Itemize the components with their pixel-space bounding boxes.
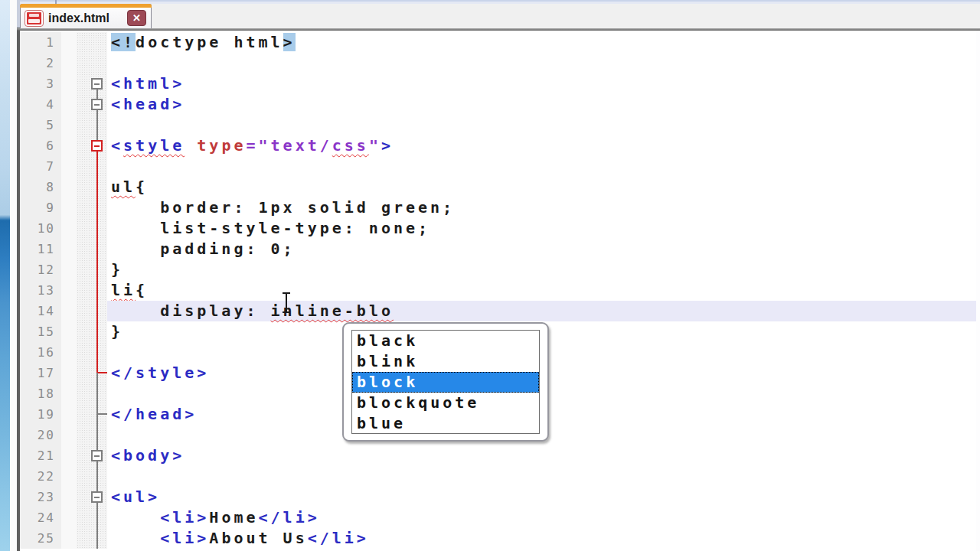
gutter-gap	[61, 135, 77, 156]
gutter-gap	[61, 218, 77, 239]
code-token: <html>	[111, 74, 185, 93]
code-line: 5	[20, 115, 980, 135]
line-number: 2	[20, 53, 61, 73]
line-number: 20	[20, 425, 61, 445]
code-token: </li>	[308, 529, 369, 547]
code-text	[107, 466, 980, 487]
gutter-gap	[61, 259, 77, 280]
fold-margin	[77, 383, 107, 404]
gutter-gap	[61, 404, 77, 425]
autocomplete-item[interactable]: black	[352, 331, 539, 351]
gutter-gap	[61, 177, 77, 197]
fold-margin	[77, 135, 107, 156]
code-token: }	[111, 322, 123, 341]
autocomplete-item[interactable]: blue	[352, 413, 539, 434]
fold-margin	[77, 445, 107, 466]
code-text: list-style-type: none;	[107, 218, 980, 239]
autocomplete-item[interactable]: blink	[352, 351, 539, 372]
gutter-gap	[61, 32, 77, 53]
unsaved-floppy-icon	[25, 11, 43, 26]
fold-margin	[77, 404, 107, 425]
line-number: 1	[20, 32, 61, 53]
code-token	[111, 508, 160, 527]
gutter-gap	[61, 301, 77, 321]
line-number: 3	[20, 73, 61, 94]
fold-margin	[77, 528, 107, 549]
fold-toggle-icon[interactable]	[91, 99, 103, 110]
fold-toggle-icon[interactable]	[91, 491, 103, 503]
line-number: 18	[20, 383, 61, 404]
window-gap	[10, 0, 17, 551]
gutter-gap	[61, 466, 77, 487]
gutter-gap	[61, 321, 77, 342]
code-line: 1<!doctype html>	[20, 32, 980, 53]
tab-index-html[interactable]: index.html ✕	[20, 4, 152, 28]
gutter-gap	[61, 507, 77, 528]
code-line: 23<ul>	[20, 487, 980, 507]
code-line: 10 list-style-type: none;	[20, 218, 980, 239]
fold-toggle-icon[interactable]	[91, 450, 103, 461]
toolbar-bottom-strip	[20, 0, 980, 4]
fold-margin	[77, 197, 107, 218]
fold-margin	[77, 507, 107, 528]
code-token: border: 1px solid green;	[111, 198, 455, 217]
code-token: Home	[209, 508, 258, 527]
code-text	[107, 156, 980, 177]
fold-margin	[77, 487, 107, 507]
line-number: 13	[20, 280, 61, 301]
code-text	[107, 115, 980, 135]
code-token: <li>	[160, 508, 209, 527]
line-number: 6	[20, 135, 61, 156]
tab-label: index.html	[48, 11, 122, 25]
autocomplete-item[interactable]: blockquote	[352, 393, 539, 413]
line-number: 5	[20, 115, 61, 135]
fold-margin	[77, 32, 107, 53]
line-number: 9	[20, 197, 61, 218]
code-token: <	[111, 136, 123, 155]
line-number: 12	[20, 259, 61, 280]
code-text	[107, 53, 980, 73]
line-number: 4	[20, 94, 61, 115]
code-line: 8ul{	[20, 177, 980, 197]
gutter-gap	[61, 53, 77, 73]
code-token: <body>	[111, 446, 185, 465]
text-editor-surface[interactable]: 1<!doctype html>23<html>4<head>56<style …	[20, 31, 980, 551]
code-text-current-line: display: inline-blo	[107, 301, 980, 321]
line-number: 16	[20, 342, 61, 363]
fold-margin	[77, 218, 107, 239]
gutter-gap	[61, 487, 77, 507]
code-token: </head>	[111, 405, 197, 423]
line-number: 8	[20, 177, 61, 197]
code-line: 24 <li>Home</li>	[20, 507, 980, 528]
code-text: li{	[107, 280, 980, 301]
fold-toggle-icon[interactable]	[91, 78, 103, 90]
code-token: </style>	[111, 364, 209, 382]
editor-right-edge	[976, 31, 980, 551]
autocomplete-item[interactable]: block	[352, 372, 539, 393]
code-text: <html>	[107, 73, 980, 94]
code-token	[185, 136, 197, 155]
gutter-gap	[61, 342, 77, 363]
code-text: <body>	[107, 445, 980, 466]
autocomplete-list[interactable]: blackblinkblockblockquoteblue	[351, 330, 540, 434]
line-number: 17	[20, 363, 61, 383]
code-line: 11 padding: 0;	[20, 239, 980, 259]
code-token: ="text/	[246, 136, 332, 155]
gutter-gap	[61, 280, 77, 301]
gutter-gap	[61, 528, 77, 549]
gutter-gap	[61, 156, 77, 177]
gutter-gap	[61, 383, 77, 404]
fold-toggle-icon[interactable]	[91, 140, 103, 152]
code-token: About Us	[209, 529, 307, 547]
gutter-gap	[61, 363, 77, 383]
line-number: 7	[20, 156, 61, 177]
line-number: 24	[20, 507, 61, 528]
fold-margin	[77, 156, 107, 177]
code-token: <head>	[111, 95, 185, 113]
fold-margin	[77, 342, 107, 363]
code-line: 21<body>	[20, 445, 980, 466]
tab-close-button[interactable]: ✕	[127, 10, 146, 26]
fold-margin	[77, 53, 107, 73]
fold-margin	[77, 73, 107, 94]
line-number: 10	[20, 218, 61, 239]
